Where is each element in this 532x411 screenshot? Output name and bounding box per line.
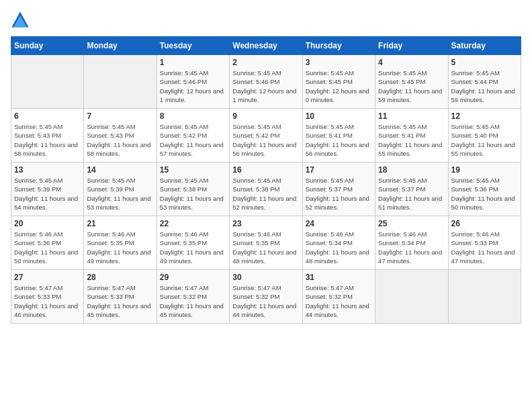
day-info: Sunrise: 5:45 AM Sunset: 5:37 PM Dayligh… xyxy=(306,176,372,212)
day-number: 20 xyxy=(14,219,81,228)
calendar-cell: 21Sunrise: 5:46 AM Sunset: 5:35 PM Dayli… xyxy=(84,216,157,270)
calendar-cell: 17Sunrise: 5:45 AM Sunset: 5:37 PM Dayli… xyxy=(302,163,375,216)
week-row-1: 6Sunrise: 5:45 AM Sunset: 5:43 PM Daylig… xyxy=(11,109,521,163)
day-info: Sunrise: 5:45 AM Sunset: 5:41 PM Dayligh… xyxy=(306,122,372,158)
week-row-2: 13Sunrise: 5:45 AM Sunset: 5:39 PM Dayli… xyxy=(11,163,521,216)
calendar-cell: 14Sunrise: 5:45 AM Sunset: 5:39 PM Dayli… xyxy=(84,163,157,216)
calendar-cell: 16Sunrise: 5:45 AM Sunset: 5:38 PM Dayli… xyxy=(230,163,302,216)
day-info: Sunrise: 5:45 AM Sunset: 5:39 PM Dayligh… xyxy=(14,176,81,212)
day-number: 13 xyxy=(14,165,81,175)
calendar-cell: 28Sunrise: 5:47 AM Sunset: 5:33 PM Dayli… xyxy=(84,270,157,324)
day-info: Sunrise: 5:45 AM Sunset: 5:36 PM Dayligh… xyxy=(451,176,518,212)
calendar-cell: 7Sunrise: 5:45 AM Sunset: 5:43 PM Daylig… xyxy=(84,109,157,163)
day-info: Sunrise: 5:46 AM Sunset: 5:35 PM Dayligh… xyxy=(160,230,226,265)
logo-icon xyxy=(11,11,30,30)
day-info: Sunrise: 5:47 AM Sunset: 5:32 PM Dayligh… xyxy=(160,283,226,319)
day-number: 24 xyxy=(306,219,372,228)
day-number: 5 xyxy=(451,58,518,67)
day-number: 19 xyxy=(451,165,518,175)
calendar-cell: 15Sunrise: 5:45 AM Sunset: 5:38 PM Dayli… xyxy=(157,163,229,216)
day-info: Sunrise: 5:45 AM Sunset: 5:45 PM Dayligh… xyxy=(378,68,445,104)
calendar-cell: 4Sunrise: 5:45 AM Sunset: 5:45 PM Daylig… xyxy=(375,55,448,109)
week-row-0: 1Sunrise: 5:45 AM Sunset: 5:46 PM Daylig… xyxy=(11,55,521,109)
day-info: Sunrise: 5:46 AM Sunset: 5:35 PM Dayligh… xyxy=(232,230,299,265)
calendar-cell: 29Sunrise: 5:47 AM Sunset: 5:32 PM Dayli… xyxy=(157,270,229,324)
calendar-cell: 8Sunrise: 5:45 AM Sunset: 5:42 PM Daylig… xyxy=(157,109,229,163)
day-info: Sunrise: 5:45 AM Sunset: 5:43 PM Dayligh… xyxy=(14,122,81,158)
day-info: Sunrise: 5:45 AM Sunset: 5:41 PM Dayligh… xyxy=(378,122,445,158)
day-info: Sunrise: 5:45 AM Sunset: 5:39 PM Dayligh… xyxy=(87,176,153,212)
calendar-cell: 1Sunrise: 5:45 AM Sunset: 5:46 PM Daylig… xyxy=(157,55,229,109)
calendar-cell: 11Sunrise: 5:45 AM Sunset: 5:41 PM Dayli… xyxy=(375,109,448,163)
calendar-cell: 5Sunrise: 5:45 AM Sunset: 5:44 PM Daylig… xyxy=(448,55,521,109)
calendar-cell: 18Sunrise: 5:45 AM Sunset: 5:37 PM Dayli… xyxy=(375,163,448,216)
calendar-cell: 30Sunrise: 5:47 AM Sunset: 5:32 PM Dayli… xyxy=(230,270,302,324)
calendar-cell: 2Sunrise: 5:45 AM Sunset: 5:46 PM Daylig… xyxy=(230,55,302,109)
calendar-cell: 25Sunrise: 5:46 AM Sunset: 5:34 PM Dayli… xyxy=(375,216,448,270)
day-info: Sunrise: 5:45 AM Sunset: 5:38 PM Dayligh… xyxy=(232,176,299,212)
day-number: 1 xyxy=(160,58,226,67)
day-info: Sunrise: 5:47 AM Sunset: 5:33 PM Dayligh… xyxy=(14,283,81,319)
calendar-cell: 23Sunrise: 5:46 AM Sunset: 5:35 PM Dayli… xyxy=(230,216,302,270)
day-info: Sunrise: 5:47 AM Sunset: 5:33 PM Dayligh… xyxy=(87,283,153,319)
day-header-tuesday: Tuesday xyxy=(157,37,229,55)
day-header-thursday: Thursday xyxy=(302,37,375,55)
day-number: 8 xyxy=(160,111,226,121)
day-info: Sunrise: 5:45 AM Sunset: 5:40 PM Dayligh… xyxy=(451,122,518,158)
calendar-cell: 26Sunrise: 5:46 AM Sunset: 5:33 PM Dayli… xyxy=(448,216,521,270)
logo xyxy=(11,11,32,30)
day-number: 9 xyxy=(232,111,299,121)
day-info: Sunrise: 5:45 AM Sunset: 5:38 PM Dayligh… xyxy=(160,176,226,212)
calendar-cell: 31Sunrise: 5:47 AM Sunset: 5:32 PM Dayli… xyxy=(302,270,375,324)
calendar-cell: 20Sunrise: 5:46 AM Sunset: 5:36 PM Dayli… xyxy=(11,216,84,270)
day-header-wednesday: Wednesday xyxy=(230,37,302,55)
day-number: 10 xyxy=(306,111,372,121)
day-info: Sunrise: 5:45 AM Sunset: 5:43 PM Dayligh… xyxy=(87,122,153,158)
day-info: Sunrise: 5:45 AM Sunset: 5:46 PM Dayligh… xyxy=(232,68,299,104)
calendar-cell: 13Sunrise: 5:45 AM Sunset: 5:39 PM Dayli… xyxy=(11,163,84,216)
day-number: 11 xyxy=(378,111,445,121)
day-info: Sunrise: 5:46 AM Sunset: 5:34 PM Dayligh… xyxy=(378,230,445,265)
day-info: Sunrise: 5:46 AM Sunset: 5:34 PM Dayligh… xyxy=(306,230,372,265)
day-number: 25 xyxy=(378,219,445,228)
day-header-sunday: Sunday xyxy=(11,37,84,55)
day-header-saturday: Saturday xyxy=(448,37,521,55)
calendar-cell: 6Sunrise: 5:45 AM Sunset: 5:43 PM Daylig… xyxy=(11,109,84,163)
week-row-3: 20Sunrise: 5:46 AM Sunset: 5:36 PM Dayli… xyxy=(11,216,521,270)
calendar-table: SundayMondayTuesdayWednesdayThursdayFrid… xyxy=(11,36,521,324)
day-info: Sunrise: 5:47 AM Sunset: 5:32 PM Dayligh… xyxy=(232,283,299,319)
day-number: 30 xyxy=(232,273,299,282)
day-info: Sunrise: 5:47 AM Sunset: 5:32 PM Dayligh… xyxy=(306,283,372,319)
day-number: 27 xyxy=(14,273,81,282)
calendar-cell: 12Sunrise: 5:45 AM Sunset: 5:40 PM Dayli… xyxy=(448,109,521,163)
day-info: Sunrise: 5:45 AM Sunset: 5:46 PM Dayligh… xyxy=(160,68,226,104)
calendar-cell xyxy=(448,270,521,324)
day-number: 17 xyxy=(306,165,372,175)
calendar-cell xyxy=(84,55,157,109)
page-header xyxy=(11,11,521,30)
day-number: 16 xyxy=(232,165,299,175)
calendar-cell: 27Sunrise: 5:47 AM Sunset: 5:33 PM Dayli… xyxy=(11,270,84,324)
day-number: 21 xyxy=(87,219,153,228)
day-info: Sunrise: 5:46 AM Sunset: 5:33 PM Dayligh… xyxy=(451,230,518,265)
calendar-body: 1Sunrise: 5:45 AM Sunset: 5:46 PM Daylig… xyxy=(11,55,521,324)
day-number: 28 xyxy=(87,273,153,282)
day-number: 15 xyxy=(160,165,226,175)
day-info: Sunrise: 5:46 AM Sunset: 5:35 PM Dayligh… xyxy=(87,230,153,265)
day-number: 4 xyxy=(378,58,445,67)
day-info: Sunrise: 5:45 AM Sunset: 5:45 PM Dayligh… xyxy=(306,68,372,104)
calendar-cell: 9Sunrise: 5:45 AM Sunset: 5:42 PM Daylig… xyxy=(230,109,302,163)
day-header-monday: Monday xyxy=(84,37,157,55)
day-number: 6 xyxy=(14,111,81,121)
day-info: Sunrise: 5:46 AM Sunset: 5:36 PM Dayligh… xyxy=(14,230,81,265)
day-number: 31 xyxy=(306,273,372,282)
day-number: 14 xyxy=(87,165,153,175)
day-number: 7 xyxy=(87,111,153,121)
day-number: 22 xyxy=(160,219,226,228)
calendar-cell: 19Sunrise: 5:45 AM Sunset: 5:36 PM Dayli… xyxy=(448,163,521,216)
day-number: 18 xyxy=(378,165,445,175)
day-info: Sunrise: 5:45 AM Sunset: 5:37 PM Dayligh… xyxy=(378,176,445,212)
day-number: 26 xyxy=(451,219,518,228)
day-number: 12 xyxy=(451,111,518,121)
day-info: Sunrise: 5:45 AM Sunset: 5:42 PM Dayligh… xyxy=(232,122,299,158)
